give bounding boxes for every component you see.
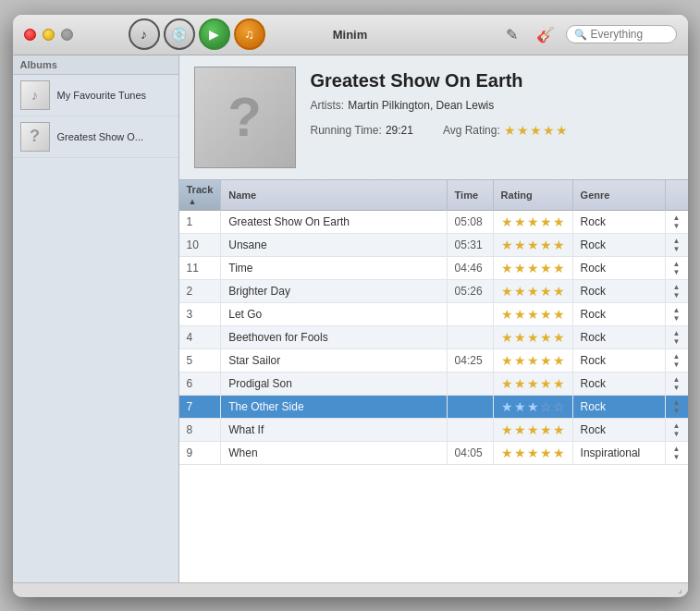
- table-row[interactable]: 2 Brighter Day 05:26 ★★★★★ Rock ▲ ▼: [179, 279, 688, 302]
- cell-stepper[interactable]: ▲ ▼: [665, 395, 687, 418]
- stepper-down[interactable]: ▼: [673, 360, 681, 369]
- stepper-up[interactable]: ▲: [673, 375, 681, 384]
- track-table-container[interactable]: Track ▲ Name Time Rating: [179, 180, 688, 582]
- cell-rating[interactable]: ★★★☆☆: [493, 395, 572, 418]
- stepper-up[interactable]: ▲: [673, 398, 681, 407]
- table-row[interactable]: 4 Beethoven for Fools ★★★★★ Rock ▲ ▼: [179, 325, 688, 348]
- close-button[interactable]: [24, 29, 36, 41]
- table-row[interactable]: 11 Time 04:46 ★★★★★ Rock ▲ ▼: [179, 256, 688, 279]
- table-row[interactable]: 3 Let Go ★★★★★ Rock ▲ ▼: [179, 302, 688, 325]
- stepper-control[interactable]: ▲ ▼: [673, 375, 681, 392]
- table-row[interactable]: 9 When 04:05 ★★★★★ Inspirational ▲ ▼: [179, 441, 688, 464]
- play-button[interactable]: ▶: [199, 18, 230, 50]
- stepper-up[interactable]: ▲: [673, 306, 681, 314]
- stepper-control[interactable]: ▲ ▼: [673, 260, 681, 276]
- stepper-control[interactable]: ▲ ▼: [673, 445, 681, 461]
- stepper-down[interactable]: ▼: [673, 291, 681, 299]
- table-row[interactable]: 6 Prodigal Son ★★★★★ Rock ▲ ▼: [179, 372, 688, 395]
- cell-rating[interactable]: ★★★★★: [493, 325, 572, 348]
- cell-name: Unsane: [221, 233, 447, 256]
- stepper-down[interactable]: ▼: [673, 268, 681, 276]
- music-button[interactable]: ♫: [234, 18, 265, 50]
- stepper-up[interactable]: ▲: [673, 237, 681, 245]
- cell-rating[interactable]: ★★★★★: [493, 348, 572, 372]
- stepper-down[interactable]: ▼: [673, 430, 681, 438]
- stepper-down[interactable]: ▼: [673, 453, 681, 461]
- col-stepper-header: [665, 180, 687, 211]
- cell-stepper[interactable]: ▲ ▼: [665, 302, 687, 325]
- cell-name: Star Sailor: [221, 348, 447, 372]
- cell-stepper[interactable]: ▲ ▼: [665, 256, 687, 279]
- stepper-down[interactable]: ▼: [673, 314, 681, 323]
- cell-stepper[interactable]: ▲ ▼: [665, 210, 687, 233]
- cell-stepper[interactable]: ▲ ▼: [665, 279, 687, 302]
- stepper-down[interactable]: ▼: [673, 245, 681, 253]
- stepper-up[interactable]: ▲: [673, 445, 681, 453]
- stepper-up[interactable]: ▲: [673, 283, 681, 291]
- cell-stepper[interactable]: ▲ ▼: [665, 418, 687, 441]
- cell-time: [447, 372, 493, 395]
- stepper-up[interactable]: ▲: [673, 329, 681, 337]
- col-genre[interactable]: Genre: [572, 180, 665, 211]
- maximize-button[interactable]: [61, 29, 73, 41]
- stepper-up[interactable]: ▲: [673, 352, 681, 360]
- stepper-control[interactable]: ▲ ▼: [673, 352, 681, 369]
- col-rating[interactable]: Rating: [493, 180, 572, 211]
- cell-rating[interactable]: ★★★★★: [493, 233, 572, 256]
- table-row[interactable]: 7 The Other Side ★★★☆☆ Rock ▲ ▼: [179, 395, 688, 418]
- col-time[interactable]: Time: [447, 180, 493, 211]
- stepper-control[interactable]: ▲ ▼: [673, 329, 681, 346]
- stepper-up[interactable]: ▲: [673, 260, 681, 268]
- table-row[interactable]: 5 Star Sailor 04:25 ★★★★★ Rock ▲ ▼: [179, 348, 688, 372]
- star-filled: ★: [527, 261, 539, 275]
- cell-stepper[interactable]: ▲ ▼: [665, 441, 687, 464]
- minimize-button[interactable]: [43, 29, 55, 41]
- pencil-button[interactable]: ✎: [499, 21, 525, 47]
- stepper-up[interactable]: ▲: [673, 422, 681, 430]
- search-input[interactable]: [591, 28, 674, 41]
- star-filled: ★: [501, 261, 513, 275]
- star-filled: ★: [527, 238, 539, 252]
- table-row[interactable]: 8 What If ★★★★★ Rock ▲ ▼: [179, 418, 688, 441]
- star-filled: ★: [527, 446, 539, 460]
- cell-rating[interactable]: ★★★★★: [493, 372, 572, 395]
- cell-rating[interactable]: ★★★★★: [493, 256, 572, 279]
- note-button[interactable]: ♪: [129, 18, 160, 50]
- stepper-control[interactable]: ▲ ▼: [673, 283, 681, 299]
- stepper-down[interactable]: ▼: [673, 222, 681, 230]
- sidebar-item-greatest-show[interactable]: ? Greatest Show O...: [13, 116, 178, 158]
- cell-rating[interactable]: ★★★★★: [493, 441, 572, 464]
- cell-track: 6: [179, 372, 221, 395]
- cell-rating[interactable]: ★★★★★: [493, 302, 572, 325]
- stepper-control[interactable]: ▲ ▼: [673, 214, 681, 230]
- cell-rating[interactable]: ★★★★★: [493, 418, 572, 441]
- cell-stepper[interactable]: ▲ ▼: [665, 233, 687, 256]
- cell-rating[interactable]: ★★★★★: [493, 279, 572, 302]
- search-box[interactable]: 🔍: [566, 25, 677, 43]
- stepper-down[interactable]: ▼: [673, 407, 681, 415]
- stepper-down[interactable]: ▼: [673, 337, 681, 346]
- stepper-up[interactable]: ▲: [673, 214, 681, 222]
- star-filled: ★: [540, 307, 552, 322]
- cell-rating[interactable]: ★★★★★: [493, 210, 572, 233]
- resize-handle[interactable]: ⌟: [673, 582, 688, 597]
- sort-arrow: ▲: [189, 197, 197, 206]
- disk-button[interactable]: 💿: [164, 18, 195, 50]
- stepper-control[interactable]: ▲ ▼: [673, 398, 681, 415]
- table-row[interactable]: 1 Greatest Show On Earth 05:08 ★★★★★ Roc…: [179, 210, 688, 233]
- table-row[interactable]: 10 Unsane 05:31 ★★★★★ Rock ▲ ▼: [179, 233, 688, 256]
- cell-stepper[interactable]: ▲ ▼: [665, 325, 687, 348]
- col-track[interactable]: Track ▲: [179, 180, 221, 211]
- cell-genre: Rock: [572, 279, 665, 302]
- col-genre-label: Genre: [581, 189, 610, 201]
- cell-stepper[interactable]: ▲ ▼: [665, 348, 687, 372]
- stepper-control[interactable]: ▲ ▼: [673, 306, 681, 323]
- sidebar-item-my-favourite-tunes[interactable]: ♪ My Favourite Tunes: [13, 75, 178, 116]
- cell-stepper[interactable]: ▲ ▼: [665, 372, 687, 395]
- stepper-control[interactable]: ▲ ▼: [673, 422, 681, 438]
- stepper-down[interactable]: ▼: [673, 384, 681, 392]
- guitar-button[interactable]: 🎸: [533, 21, 559, 47]
- col-name[interactable]: Name: [221, 180, 447, 211]
- stepper-control[interactable]: ▲ ▼: [673, 237, 681, 253]
- star-filled: ★: [514, 261, 526, 275]
